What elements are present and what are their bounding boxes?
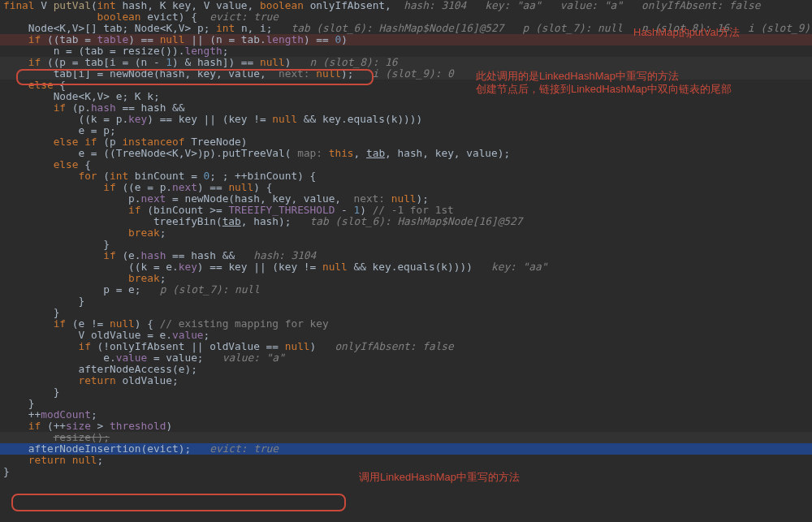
code-line[interactable]: if (!onlyIfAbsent || oldValue == null) o… <box>0 341 812 352</box>
code-line[interactable]: if (e.hash == hash && hash: 3104 <box>0 250 812 261</box>
code-line[interactable]: treeifyBin(tab, hash); tab (slot_6): Has… <box>0 216 812 227</box>
code-line[interactable]: e.value = value; value: "a" <box>0 352 812 364</box>
code-line[interactable]: tab[i] = newNode(hash, key, value, next:… <box>0 68 812 80</box>
code-line[interactable]: ++modCount; <box>0 409 812 421</box>
editor-viewport: final V putVal(int hash, K key, V value,… <box>0 0 812 522</box>
code-line[interactable]: else if (p instanceof TreeNode) <box>0 136 812 148</box>
code-line[interactable]: afterNodeInsertion(evict); evict: true <box>0 443 812 455</box>
code-line[interactable]: ((k = e.key) == key || (key != null && k… <box>0 261 812 273</box>
code-line[interactable]: if (binCount >= TREEIFY_THRESHOLD - 1) /… <box>0 205 812 216</box>
code-line[interactable]: p.next = newNode(hash, key, value, next:… <box>0 193 812 205</box>
code-line[interactable]: if ((p = tab[i = (n - 1) & hash]) == nul… <box>0 57 812 68</box>
code-line[interactable]: break; <box>0 273 812 284</box>
code-line[interactable]: else { <box>0 159 812 170</box>
code-line[interactable]: p = e; p (slot_7): null <box>0 284 812 296</box>
code-line[interactable]: afterNodeAccess(e); <box>0 364 812 375</box>
code-line[interactable]: return null; <box>0 455 812 466</box>
code-line[interactable]: final V putVal(int hash, K key, V value,… <box>0 0 812 11</box>
code-line[interactable]: V oldValue = e.value; <box>0 330 812 341</box>
code-line[interactable]: e = p; <box>0 125 812 136</box>
annotation-putval: HashMap的putVal方法 <box>633 26 740 39</box>
code-area[interactable]: final V putVal(int hash, K key, V value,… <box>0 0 812 477</box>
code-line[interactable]: resize(); <box>0 432 812 443</box>
code-line[interactable]: return oldValue; <box>0 375 812 386</box>
code-line[interactable]: } <box>0 386 812 398</box>
code-line[interactable]: break; <box>0 227 812 239</box>
code-line[interactable]: boolean evict) { evict: true <box>0 11 812 23</box>
annotation-newnode-1: 此处调用的是LinkedHashMap中重写的方法 <box>476 70 679 83</box>
code-line[interactable]: } <box>0 398 812 409</box>
code-line[interactable]: if ((e = p.next) == null) { <box>0 182 812 193</box>
code-line[interactable]: if (e != null) { // existing mapping for… <box>0 318 812 330</box>
code-line[interactable]: if (++size > threshold) <box>0 421 812 432</box>
code-line[interactable]: } <box>0 296 812 307</box>
code-line[interactable]: for (int binCount = 0; ; ++binCount) { <box>0 170 812 182</box>
code-line[interactable]: } <box>0 307 812 318</box>
annotation-afternode: 调用LinkedHashMap中重写的方法 <box>359 471 520 484</box>
code-line[interactable]: n = (tab = resize()).length; <box>0 45 812 57</box>
highlight-box-afternodeinsertion <box>11 494 346 511</box>
annotation-newnode-2: 创建节点后，链接到LinkedHashMap中双向链表的尾部 <box>476 83 732 96</box>
code-line[interactable]: } <box>0 239 812 250</box>
code-line[interactable]: ((k = p.key) == key || (key != null && k… <box>0 114 812 125</box>
code-line[interactable]: if (p.hash == hash && <box>0 102 812 114</box>
code-line[interactable]: e = ((TreeNode<K,V>)p).putTreeVal( map: … <box>0 148 812 159</box>
